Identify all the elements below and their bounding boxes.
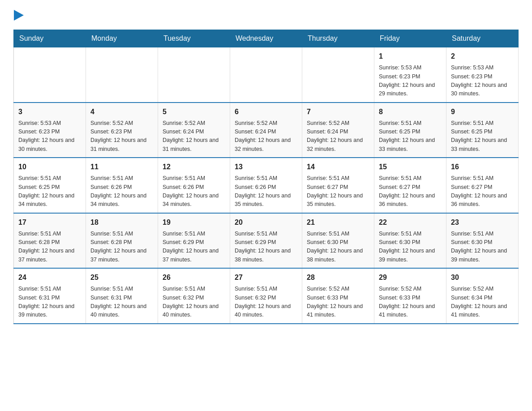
calendar-cell: 13Sunrise: 5:51 AMSunset: 6:26 PMDayligh… [230,158,302,213]
day-info: Sunrise: 5:52 AMSunset: 6:23 PMDaylight:… [90,119,153,154]
header-day-friday: Friday [374,30,446,47]
day-number: 1 [379,51,442,62]
calendar-week-2: 3Sunrise: 5:53 AMSunset: 6:23 PMDaylight… [14,103,519,158]
day-number: 21 [307,217,369,228]
day-info: Sunrise: 5:51 AMSunset: 6:29 PMDaylight:… [235,230,297,265]
calendar-cell: 1Sunrise: 5:53 AMSunset: 6:23 PMDaylight… [374,47,446,103]
day-info: Sunrise: 5:52 AMSunset: 6:34 PMDaylight:… [451,285,514,320]
calendar-table: SundayMondayTuesdayWednesdayThursdayFrid… [13,30,519,324]
calendar-cell [302,47,374,103]
day-number: 12 [163,162,225,172]
day-info: Sunrise: 5:51 AMSunset: 6:32 PMDaylight:… [163,285,225,320]
calendar-cell: 3Sunrise: 5:53 AMSunset: 6:23 PMDaylight… [14,103,86,158]
day-info: Sunrise: 5:51 AMSunset: 6:31 PMDaylight:… [90,285,153,320]
day-number: 9 [451,107,514,117]
calendar-cell [86,47,158,103]
logo [13,9,24,21]
calendar-cell: 4Sunrise: 5:52 AMSunset: 6:23 PMDaylight… [86,103,158,158]
day-info: Sunrise: 5:51 AMSunset: 6:25 PMDaylight:… [451,119,514,154]
day-number: 22 [379,217,442,228]
header-day-sunday: Sunday [14,30,86,47]
day-info: Sunrise: 5:52 AMSunset: 6:33 PMDaylight:… [307,285,369,320]
day-number: 29 [379,272,442,283]
day-number: 24 [18,272,81,283]
calendar-cell: 20Sunrise: 5:51 AMSunset: 6:29 PMDayligh… [230,213,302,269]
calendar-cell [230,47,302,103]
day-info: Sunrise: 5:51 AMSunset: 6:28 PMDaylight:… [18,230,81,265]
day-number: 4 [90,107,153,117]
day-number: 25 [90,272,153,283]
day-info: Sunrise: 5:51 AMSunset: 6:30 PMDaylight:… [379,230,442,265]
calendar-cell: 18Sunrise: 5:51 AMSunset: 6:28 PMDayligh… [86,213,158,269]
calendar-cell: 16Sunrise: 5:51 AMSunset: 6:27 PMDayligh… [446,158,519,213]
calendar-cell: 11Sunrise: 5:51 AMSunset: 6:26 PMDayligh… [86,158,158,213]
day-number: 14 [307,162,369,172]
calendar-cell: 15Sunrise: 5:51 AMSunset: 6:27 PMDayligh… [374,158,446,213]
calendar-cell [14,47,86,103]
day-info: Sunrise: 5:53 AMSunset: 6:23 PMDaylight:… [451,64,514,98]
svg-marker-0 [14,10,24,21]
calendar-cell: 30Sunrise: 5:52 AMSunset: 6:34 PMDayligh… [446,268,519,324]
day-number: 17 [18,217,81,228]
day-number: 13 [235,162,297,172]
day-info: Sunrise: 5:51 AMSunset: 6:27 PMDaylight:… [379,174,442,209]
day-info: Sunrise: 5:51 AMSunset: 6:25 PMDaylight:… [18,174,81,209]
day-number: 15 [379,162,442,172]
day-info: Sunrise: 5:51 AMSunset: 6:28 PMDaylight:… [90,230,153,265]
day-info: Sunrise: 5:52 AMSunset: 6:24 PMDaylight:… [235,119,297,154]
calendar-week-1: 1Sunrise: 5:53 AMSunset: 6:23 PMDaylight… [14,47,519,103]
day-number: 30 [451,272,514,283]
calendar-cell: 27Sunrise: 5:51 AMSunset: 6:32 PMDayligh… [230,268,302,324]
calendar-cell: 24Sunrise: 5:51 AMSunset: 6:31 PMDayligh… [14,268,86,324]
calendar-cell: 22Sunrise: 5:51 AMSunset: 6:30 PMDayligh… [374,213,446,269]
day-number: 10 [18,162,81,172]
day-number: 2 [451,51,514,62]
day-number: 16 [451,162,514,172]
calendar-week-4: 17Sunrise: 5:51 AMSunset: 6:28 PMDayligh… [14,213,519,269]
calendar-cell: 28Sunrise: 5:52 AMSunset: 6:33 PMDayligh… [302,268,374,324]
calendar-cell: 8Sunrise: 5:51 AMSunset: 6:25 PMDaylight… [374,103,446,158]
day-number: 7 [307,107,369,117]
calendar-cell: 9Sunrise: 5:51 AMSunset: 6:25 PMDaylight… [446,103,519,158]
logo-blue-text [13,9,24,21]
day-number: 26 [163,272,225,283]
day-number: 6 [235,107,297,117]
day-number: 3 [18,107,81,117]
day-number: 20 [235,217,297,228]
day-number: 18 [90,217,153,228]
day-info: Sunrise: 5:51 AMSunset: 6:26 PMDaylight:… [90,174,153,209]
day-number: 23 [451,217,514,228]
header-day-saturday: Saturday [446,30,519,47]
header-day-thursday: Thursday [302,30,374,47]
calendar-cell: 5Sunrise: 5:52 AMSunset: 6:24 PMDaylight… [158,103,230,158]
day-info: Sunrise: 5:52 AMSunset: 6:33 PMDaylight:… [379,285,442,320]
calendar-cell: 29Sunrise: 5:52 AMSunset: 6:33 PMDayligh… [374,268,446,324]
calendar-week-5: 24Sunrise: 5:51 AMSunset: 6:31 PMDayligh… [14,268,519,324]
calendar-cell: 19Sunrise: 5:51 AMSunset: 6:29 PMDayligh… [158,213,230,269]
day-number: 27 [235,272,297,283]
day-number: 8 [379,107,442,117]
page-header [13,9,519,21]
day-info: Sunrise: 5:53 AMSunset: 6:23 PMDaylight:… [18,119,81,154]
day-number: 11 [90,162,153,172]
header-day-wednesday: Wednesday [230,30,302,47]
day-info: Sunrise: 5:52 AMSunset: 6:24 PMDaylight:… [163,119,225,154]
calendar-cell: 6Sunrise: 5:52 AMSunset: 6:24 PMDaylight… [230,103,302,158]
calendar-header-row: SundayMondayTuesdayWednesdayThursdayFrid… [14,30,519,47]
day-info: Sunrise: 5:51 AMSunset: 6:29 PMDaylight:… [163,230,225,265]
day-info: Sunrise: 5:53 AMSunset: 6:23 PMDaylight:… [379,64,442,98]
day-info: Sunrise: 5:51 AMSunset: 6:30 PMDaylight:… [451,230,514,265]
day-info: Sunrise: 5:52 AMSunset: 6:24 PMDaylight:… [307,119,369,154]
calendar-cell: 17Sunrise: 5:51 AMSunset: 6:28 PMDayligh… [14,213,86,269]
day-info: Sunrise: 5:51 AMSunset: 6:30 PMDaylight:… [307,230,369,265]
day-number: 5 [163,107,225,117]
day-number: 28 [307,272,369,283]
calendar-cell: 25Sunrise: 5:51 AMSunset: 6:31 PMDayligh… [86,268,158,324]
calendar-cell: 21Sunrise: 5:51 AMSunset: 6:30 PMDayligh… [302,213,374,269]
day-info: Sunrise: 5:51 AMSunset: 6:32 PMDaylight:… [235,285,297,320]
calendar-cell: 26Sunrise: 5:51 AMSunset: 6:32 PMDayligh… [158,268,230,324]
day-info: Sunrise: 5:51 AMSunset: 6:31 PMDaylight:… [18,285,81,320]
day-info: Sunrise: 5:51 AMSunset: 6:26 PMDaylight:… [163,174,225,209]
calendar-week-3: 10Sunrise: 5:51 AMSunset: 6:25 PMDayligh… [14,158,519,213]
day-info: Sunrise: 5:51 AMSunset: 6:25 PMDaylight:… [379,119,442,154]
